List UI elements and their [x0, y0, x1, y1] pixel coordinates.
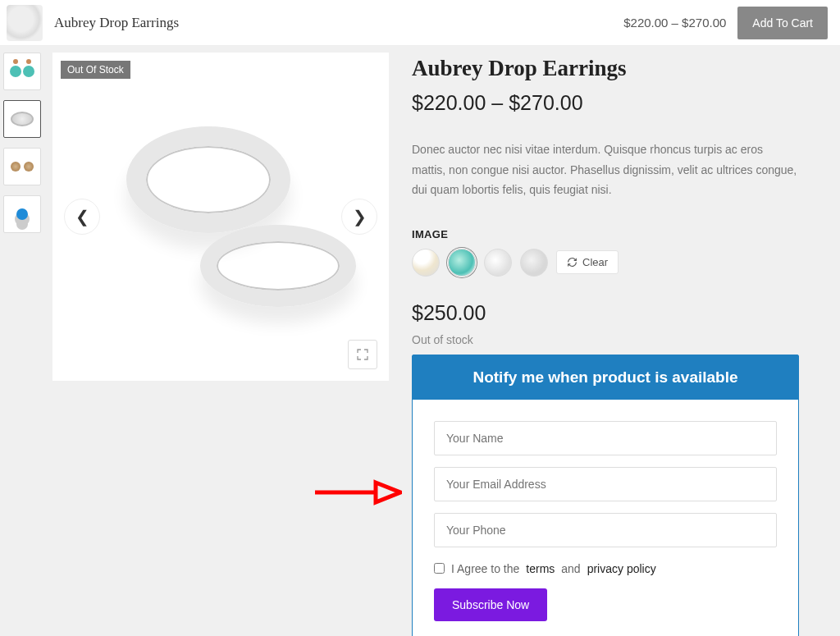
- notify-name-input[interactable]: [434, 421, 777, 455]
- clear-variation-button[interactable]: Clear: [556, 250, 619, 274]
- sticky-title: Aubrey Drop Earrings: [54, 15, 623, 31]
- add-to-cart-button[interactable]: Add To Cart: [737, 7, 828, 39]
- terms-link[interactable]: terms: [526, 562, 555, 575]
- stock-message: Out of stock: [412, 333, 799, 346]
- sticky-price-range: $220.00 – $270.00: [623, 16, 726, 30]
- gallery-next-button[interactable]: ❯: [341, 199, 377, 235]
- product-gallery: Out Of Stock ❮ ❯: [52, 53, 389, 381]
- chevron-right-icon: ❯: [353, 207, 367, 226]
- consent-and: and: [561, 562, 580, 575]
- product-price-range: $220.00 – $270.00: [412, 91, 799, 115]
- stock-badge: Out Of Stock: [61, 61, 130, 79]
- privacy-link[interactable]: privacy policy: [587, 562, 656, 575]
- thumb-3[interactable]: [3, 148, 41, 185]
- consent-text-pre: I Agree to the: [451, 562, 519, 575]
- notify-form: Notify me when product is available I Ag…: [412, 355, 799, 637]
- variation-swatches: Clear: [412, 249, 799, 277]
- gallery-zoom-button[interactable]: [348, 340, 377, 369]
- refresh-icon: [567, 257, 578, 268]
- sticky-product-bar: Aubrey Drop Earrings $220.00 – $270.00 A…: [0, 0, 840, 46]
- selected-price: $250.00: [412, 301, 799, 325]
- thumb-1[interactable]: [3, 53, 41, 90]
- notify-phone-input[interactable]: [434, 513, 777, 547]
- variation-label: IMAGE: [412, 228, 799, 240]
- swatch-3[interactable]: [484, 249, 512, 277]
- swatch-4[interactable]: [520, 249, 548, 277]
- notify-title: Notify me when product is available: [413, 355, 798, 400]
- product-title: Aubrey Drop Earrings: [412, 56, 799, 81]
- gallery-thumbnails: [3, 53, 46, 636]
- product-summary: Aubrey Drop Earrings $220.00 – $270.00 D…: [389, 53, 840, 636]
- swatch-2[interactable]: [448, 249, 476, 277]
- consent-checkbox[interactable]: [434, 563, 445, 574]
- gallery-prev-button[interactable]: ❮: [64, 199, 100, 235]
- sticky-thumb: [7, 5, 43, 41]
- product-description: Donec auctor nec nisi vitae interdum. Qu…: [412, 140, 799, 200]
- thumb-2[interactable]: [3, 100, 41, 138]
- consent-row: I Agree to the terms and privacy policy: [434, 562, 777, 575]
- expand-icon: [356, 348, 369, 361]
- clear-label: Clear: [582, 256, 608, 268]
- subscribe-button[interactable]: Subscribe Now: [434, 588, 547, 621]
- chevron-left-icon: ❮: [75, 207, 89, 226]
- swatch-1[interactable]: [412, 249, 440, 277]
- notify-email-input[interactable]: [434, 467, 777, 501]
- thumb-4[interactable]: [3, 195, 41, 233]
